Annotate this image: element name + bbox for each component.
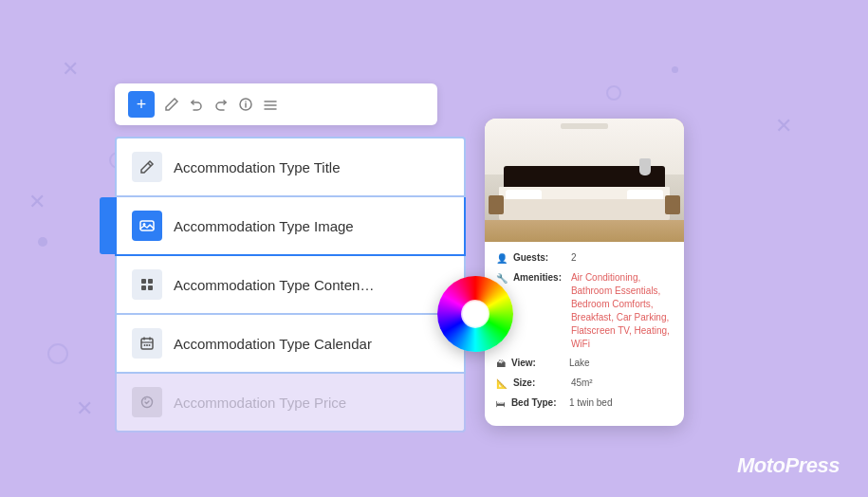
- guests-row: 👤 Guests: 2: [496, 251, 673, 266]
- amenities-value: Air Conditioning, Bathroom Essentials, B…: [571, 271, 673, 351]
- price-item-label: Accommodation Type Price: [174, 395, 346, 411]
- calendar-icon: [139, 336, 155, 351]
- guests-label: Guests:: [513, 251, 565, 265]
- svg-point-12: [143, 344, 145, 346]
- calendar-item-label: Accommodation Type Calendar: [174, 336, 372, 352]
- svg-point-13: [146, 344, 148, 346]
- deco-x-4: ✕: [28, 190, 46, 214]
- svg-rect-7: [141, 279, 146, 284]
- amenities-label: Amenities:: [513, 271, 565, 285]
- svg-rect-8: [148, 279, 153, 284]
- toolbar: +: [115, 83, 437, 125]
- view-value: Lake: [569, 357, 590, 370]
- floor: [485, 220, 684, 242]
- grid-icon: [139, 277, 155, 292]
- active-indicator: [100, 197, 115, 254]
- list-item-title[interactable]: Accommodation Type Title: [115, 137, 466, 197]
- calendar-icon-wrapper: [132, 328, 162, 359]
- menu-icon[interactable]: [263, 97, 278, 112]
- bedroom-scene: [485, 119, 684, 242]
- guests-value: 2: [571, 251, 577, 265]
- deco-x-3: ✕: [76, 396, 93, 421]
- content-icon-wrapper: [132, 269, 162, 300]
- content-item-label: Accommodation Type Conten…: [174, 277, 375, 293]
- svg-point-15: [141, 397, 152, 408]
- size-row: 📐 Size: 45m²: [496, 377, 673, 391]
- deco-circle-2: [47, 343, 68, 364]
- nightstand-left: [489, 195, 504, 214]
- redo-icon[interactable]: [213, 97, 229, 112]
- svg-rect-11: [141, 339, 153, 349]
- svg-rect-9: [141, 285, 146, 290]
- deco-x-2: ✕: [775, 114, 792, 138]
- blanket: [499, 199, 670, 220]
- bed-value: 1 twin bed: [569, 396, 613, 410]
- motopress-branding: MotoPress: [737, 453, 840, 478]
- list-item-image[interactable]: Accommodation Type Image: [115, 197, 466, 256]
- list-item-calendar[interactable]: Accommodation Type Calendar: [115, 315, 466, 374]
- bed-icon: 🛏: [496, 397, 506, 411]
- nightstand-right: [665, 195, 680, 214]
- amenities-row: 🔧 Amenities: Air Conditioning, Bathroom …: [496, 271, 673, 351]
- title-item-label: Accommodation Type Title: [174, 159, 341, 175]
- svg-point-14: [148, 344, 150, 346]
- color-wheel: [437, 276, 513, 352]
- deco-dot-1: [38, 237, 47, 247]
- preview-image: [485, 119, 684, 242]
- editor-panel: +: [115, 83, 466, 433]
- deco-dot-3: [672, 66, 678, 73]
- svg-rect-10: [148, 285, 153, 290]
- image-icon-wrapper: [132, 211, 162, 241]
- price-icon-wrapper: [132, 387, 162, 417]
- edit-icon[interactable]: [164, 97, 179, 112]
- info-icon[interactable]: [238, 97, 253, 112]
- pencil-icon: [139, 159, 155, 175]
- wall-lamp: [639, 158, 651, 175]
- main-container: +: [115, 83, 684, 433]
- bed-label: Bed Type:: [511, 396, 563, 410]
- image-item-label: Accommodation Type Image: [174, 218, 354, 234]
- preview-card: 👤 Guests: 2 🔧 Amenities: Air Conditionin…: [485, 119, 684, 426]
- title-icon-wrapper: [132, 152, 162, 182]
- view-label: View:: [511, 357, 563, 370]
- tag-icon: [139, 395, 155, 410]
- preview-details: 👤 Guests: 2 🔧 Amenities: Air Conditionin…: [485, 242, 684, 426]
- size-value: 45m²: [571, 377, 593, 390]
- bed-row: 🛏 Bed Type: 1 twin bed: [496, 396, 673, 411]
- image-icon: [139, 217, 156, 234]
- view-row: 🏔 View: Lake: [496, 357, 673, 371]
- ceiling-light: [561, 123, 608, 129]
- deco-x-1: ✕: [62, 57, 79, 82]
- size-label: Size:: [513, 377, 565, 390]
- view-icon: 🏔: [496, 358, 506, 371]
- svg-point-1: [245, 101, 247, 103]
- add-button[interactable]: +: [128, 91, 155, 118]
- size-icon: 📐: [496, 377, 508, 391]
- undo-icon[interactable]: [189, 97, 204, 112]
- list-item-price[interactable]: Accommodation Type Price: [115, 374, 466, 433]
- list-items: Accommodation Type Title Accommodation T…: [115, 137, 466, 433]
- list-item-content[interactable]: Accommodation Type Conten…: [115, 256, 466, 315]
- guests-icon: 👤: [496, 252, 508, 266]
